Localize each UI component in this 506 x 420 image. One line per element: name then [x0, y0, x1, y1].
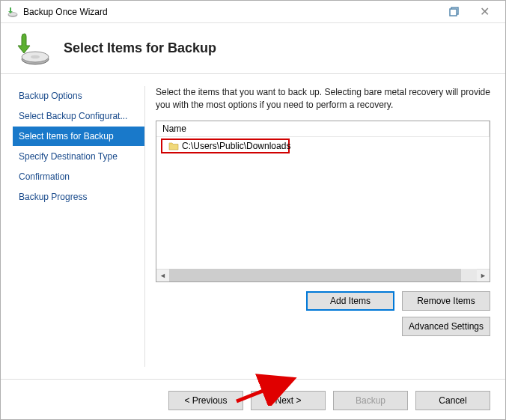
wizard-header: Select Items for Backup	[1, 23, 505, 74]
scroll-left-arrow[interactable]: ◄	[156, 269, 169, 281]
restore-icon	[449, 7, 460, 17]
cancel-button[interactable]: Cancel	[415, 391, 490, 410]
scroll-track[interactable]	[169, 269, 477, 281]
app-icon	[7, 6, 19, 18]
next-button[interactable]: Next >	[251, 391, 326, 410]
item-path: C:\Users\Public\Downloads	[182, 141, 290, 151]
step-select-items-for-backup[interactable]: Select Items for Backup	[13, 127, 144, 146]
step-backup-progress[interactable]: Backup Progress	[13, 187, 144, 207]
svg-point-6	[31, 55, 40, 58]
main-panel: Select the items that you want to back u…	[145, 74, 505, 379]
wizard-steps-sidebar: Backup Options Select Backup Configurat.…	[1, 74, 144, 379]
window-controls: ✕	[439, 1, 499, 22]
item-buttons-row-1: Add Items Remove Items	[156, 291, 490, 311]
item-buttons-row-2: Advanced Settings	[156, 317, 490, 336]
svg-point-1	[8, 12, 17, 16]
add-items-button[interactable]: Add Items	[306, 291, 394, 311]
column-header-name[interactable]: Name	[156, 121, 490, 137]
list-body[interactable]: C:\Users\Public\Downloads	[156, 137, 490, 269]
list-header: Name	[156, 121, 490, 137]
previous-button[interactable]: < Previous	[168, 391, 243, 410]
page-title: Select Items for Backup	[64, 40, 216, 56]
backup-button: Backup	[333, 391, 408, 410]
step-confirmation[interactable]: Confirmation	[13, 167, 144, 186]
items-list-box: Name C:\Users\Public\Downloads ◄ ►	[156, 121, 490, 282]
advanced-settings-button[interactable]: Advanced Settings	[402, 317, 490, 336]
folder-icon	[168, 141, 179, 150]
instructions-text: Select the items that you want to back u…	[156, 86, 490, 112]
wizard-footer: < Previous Next > Backup Cancel	[1, 379, 505, 420]
horizontal-scrollbar[interactable]: ◄ ►	[156, 269, 490, 281]
titlebar: Backup Once Wizard ✕	[1, 1, 505, 23]
backup-wizard-icon	[16, 31, 52, 67]
content-area: Backup Options Select Backup Configurat.…	[1, 74, 505, 379]
remove-items-button[interactable]: Remove Items	[402, 291, 490, 311]
scroll-thumb[interactable]	[169, 269, 461, 281]
list-item[interactable]: C:\Users\Public\Downloads	[161, 139, 290, 153]
step-backup-options[interactable]: Backup Options	[13, 86, 144, 106]
step-select-backup-configuration[interactable]: Select Backup Configurat...	[13, 106, 144, 126]
close-button[interactable]: ✕	[469, 1, 499, 22]
restore-button[interactable]	[439, 1, 469, 22]
close-icon: ✕	[480, 4, 490, 19]
window-title: Backup Once Wizard	[23, 7, 439, 17]
svg-rect-3	[450, 9, 457, 16]
step-specify-destination-type[interactable]: Specify Destination Type	[13, 147, 144, 166]
scroll-right-arrow[interactable]: ►	[477, 269, 490, 281]
